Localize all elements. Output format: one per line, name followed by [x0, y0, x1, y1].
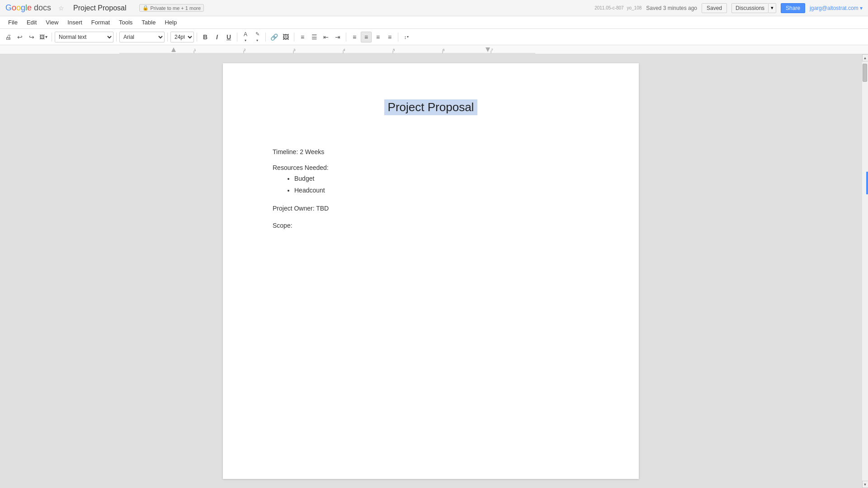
- discussions-button[interactable]: Discussions: [731, 3, 769, 13]
- align-center-icon[interactable]: ≡: [361, 32, 372, 42]
- underline-button[interactable]: U: [223, 32, 234, 42]
- separator-6: [265, 33, 266, 42]
- right-edge-indicator: [866, 172, 868, 194]
- resources-label[interactable]: Resources Needed:: [273, 164, 589, 171]
- ruler-svg: 1 2 3 4 5 6 7: [119, 45, 535, 54]
- scrollbar-down-button[interactable]: ▼: [862, 481, 868, 488]
- ordered-list-icon[interactable]: ≡: [297, 32, 308, 42]
- italic-button[interactable]: I: [212, 32, 222, 42]
- line-spacing-icon[interactable]: ↕ ▾: [401, 32, 412, 42]
- document-page[interactable]: Project Proposal Timeline: 2 Weeks Resou…: [223, 63, 639, 479]
- print-icon[interactable]: 🖨: [3, 32, 14, 42]
- scrollbar-track[interactable]: [862, 61, 868, 481]
- google-docs-logo[interactable]: Google docs: [5, 3, 51, 13]
- menu-table[interactable]: Table: [137, 17, 160, 28]
- menu-view[interactable]: View: [41, 17, 63, 28]
- justify-icon[interactable]: ≡: [384, 32, 395, 42]
- tab-stop: [171, 47, 176, 52]
- svg-text:2: 2: [244, 48, 246, 52]
- font-select[interactable]: Arial Times New Roman Courier New: [119, 32, 165, 42]
- main-area: Project Proposal Timeline: 2 Weeks Resou…: [0, 54, 868, 488]
- ruler-inner: 1 2 3 4 5 6 7: [119, 45, 535, 54]
- style-select[interactable]: Normal text Heading 1 Heading 2: [55, 32, 113, 42]
- separator-3: [167, 33, 168, 42]
- resource-headcount[interactable]: Headcount: [294, 185, 589, 196]
- version-number: 2011.05-c-807: [594, 5, 624, 10]
- menu-help[interactable]: Help: [160, 17, 181, 28]
- menu-format[interactable]: Format: [87, 17, 114, 28]
- separator-9: [398, 33, 398, 42]
- ruler: 1 2 3 4 5 6 7: [0, 45, 868, 54]
- document-area[interactable]: Project Proposal Timeline: 2 Weeks Resou…: [0, 54, 862, 488]
- title-wrapper: Project Proposal: [273, 99, 589, 133]
- font-size-select[interactable]: 24pt 8pt 10pt 12pt 14pt 18pt 24pt 36pt: [170, 32, 194, 42]
- share-button[interactable]: Share: [781, 3, 805, 13]
- tab-stop-right: [486, 47, 490, 52]
- redo-icon[interactable]: ↪: [26, 32, 37, 42]
- google-logo: Google docs: [5, 3, 51, 13]
- undo-icon[interactable]: ↩: [14, 32, 25, 42]
- resources-list: Budget Headcount: [294, 173, 589, 196]
- privacy-text: Private to me + 1 more: [151, 5, 201, 11]
- link-icon[interactable]: 🔗: [269, 32, 279, 42]
- separator-1: [52, 33, 52, 42]
- doc-title[interactable]: Project Proposal: [73, 4, 126, 12]
- separator-4: [197, 33, 197, 42]
- project-owner-text[interactable]: Project Owner: TBD: [273, 203, 589, 213]
- image-icon[interactable]: 🖼 ▾: [38, 32, 49, 42]
- highlight-color-icon[interactable]: ✎ ▾: [252, 32, 263, 42]
- menu-insert[interactable]: Insert: [63, 17, 87, 28]
- top-bar: Google docs ☆ Project Proposal 🔒 Private…: [0, 0, 868, 16]
- version-suffix: yo_108: [627, 5, 642, 10]
- svg-text:4: 4: [343, 48, 345, 52]
- privacy-badge: 🔒 Private to me + 1 more: [139, 4, 204, 12]
- document-title[interactable]: Project Proposal: [384, 99, 478, 115]
- timeline-text[interactable]: Timeline: 2 Weeks: [273, 147, 589, 157]
- toolbar: 🖨 ↩ ↪ 🖼 ▾ Normal text Heading 1 Heading …: [0, 29, 868, 45]
- discussions-control: Discussions ▾: [731, 3, 776, 13]
- version-info: 2011.05-c-807 yo_108: [594, 5, 642, 11]
- top-bar-left: Google docs ☆ Project Proposal 🔒 Private…: [5, 3, 204, 13]
- resource-budget[interactable]: Budget: [294, 173, 589, 184]
- svg-text:5: 5: [393, 48, 395, 52]
- svg-text:1: 1: [194, 48, 196, 52]
- scrollbar-thumb[interactable]: [863, 64, 867, 82]
- discussions-dropdown-arrow[interactable]: ▾: [769, 3, 776, 13]
- top-bar-right: 2011.05-c-807 yo_108 Saved 3 minutes ago…: [594, 3, 863, 13]
- saved-button[interactable]: Saved: [702, 3, 727, 13]
- separator-2: [116, 33, 117, 42]
- text-color-icon[interactable]: A ▾: [240, 32, 251, 42]
- unordered-list-icon[interactable]: ☰: [309, 32, 320, 42]
- svg-text:3: 3: [293, 48, 296, 52]
- user-email[interactable]: jgarg@altostrat.com ▾: [810, 5, 863, 11]
- align-left-icon[interactable]: ≡: [349, 32, 360, 42]
- image2-icon[interactable]: 🖼: [280, 32, 291, 42]
- lock-icon: 🔒: [142, 5, 149, 11]
- menu-edit[interactable]: Edit: [22, 17, 41, 28]
- bold-button[interactable]: B: [200, 32, 211, 42]
- svg-text:6: 6: [443, 48, 445, 52]
- star-icon[interactable]: ☆: [58, 5, 64, 12]
- saved-time: Saved 3 minutes ago: [646, 5, 697, 11]
- separator-8: [346, 33, 346, 42]
- menu-tools[interactable]: Tools: [114, 17, 137, 28]
- scope-text[interactable]: Scope:: [273, 221, 589, 230]
- separator-7: [294, 33, 294, 42]
- svg-text:7: 7: [491, 48, 493, 52]
- menu-file[interactable]: File: [4, 17, 22, 28]
- right-scrollbar[interactable]: ▲ ▼: [862, 54, 868, 488]
- separator-5: [237, 33, 237, 42]
- decrease-indent-icon[interactable]: ⇤: [321, 32, 331, 42]
- increase-indent-icon[interactable]: ⇥: [332, 32, 343, 42]
- scrollbar-up-button[interactable]: ▲: [862, 54, 868, 61]
- align-right-icon[interactable]: ≡: [373, 32, 383, 42]
- menu-bar: File Edit View Insert Format Tools Table…: [0, 16, 868, 29]
